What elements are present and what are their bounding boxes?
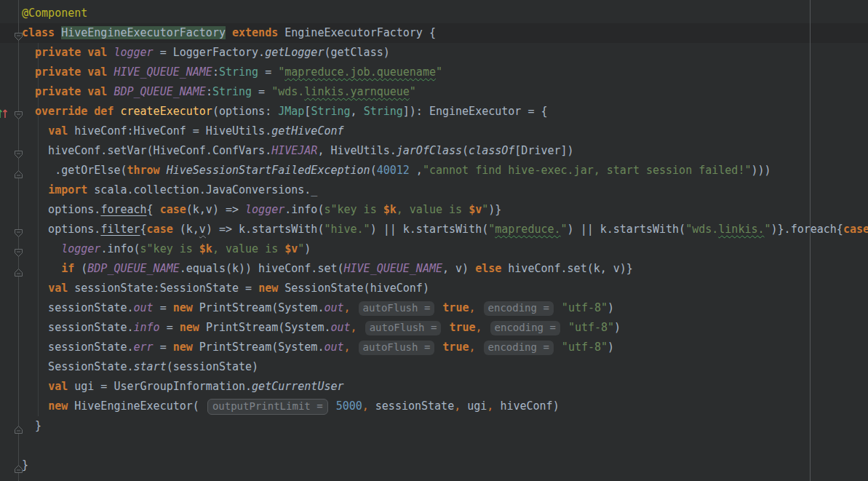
code-token: (options: [212,105,278,118]
code-line[interactable]: hiveConf.setVar(HiveConf.ConfVars.HIVEJA… [0,141,868,161]
code-line[interactable]: @Component [0,4,868,23]
code-token: "utf-8" [562,301,608,314]
code-token: s"key is [140,242,199,255]
code-token: override def [35,105,120,118]
code-line[interactable]: } [0,416,868,436]
code-token: , [344,341,351,354]
code-line[interactable]: options.filter{case (k,v) => k.startsWit… [0,220,868,239]
parameter-name-hint: outputPrintLimit = [207,399,328,415]
code-line[interactable]: private val HIVE_QUEUE_NAME:String = "ma… [0,63,868,82]
code-text: override def createExecutor(options: JMa… [22,102,868,122]
code-token [436,341,442,354]
code-token: import [48,183,94,196]
code-text: SessionState.start(sessionState) [22,357,868,377]
code-line[interactable]: SessionState.start(sessionState) [0,357,868,377]
code-line[interactable]: val ugi = UserGroupInformation.getCurren… [0,377,868,397]
code-token: " [561,223,568,236]
code-token: " [436,65,442,79]
code-token: = [154,301,173,314]
code-token: BDP_QUEUE_NAME [114,85,205,98]
code-token: $v [284,242,298,255]
code-line[interactable]: private val logger = LoggerFactory.getLo… [0,43,868,63]
code-token: extends [232,26,278,39]
code-token: val [48,282,74,295]
code-token: options. [22,203,100,216]
code-line[interactable]: new HiveEngineExecutor( outputPrintLimit… [0,397,868,416]
code-token: new [173,341,199,354]
code-line[interactable]: sessionState.err = new PrintStream(Syste… [0,338,868,357]
code-text: if (BDP_QUEUE_NAME.equals(k)) hiveConf.s… [22,259,868,279]
code-line[interactable]: val sessionState:SessionState = new Sess… [0,279,868,298]
code-token: SessionState(hiveConf) [284,282,429,295]
code-text: private val logger = LoggerFactory.getLo… [22,43,868,63]
code-token [22,105,35,118]
code-text: new HiveEngineExecutor( outputPrintLimit… [22,397,868,416]
code-token [351,301,357,314]
code-token: , [454,399,461,413]
gutter-fold-line [18,0,19,481]
code-line[interactable]: options.foreach{ case(k,v) => logger.inf… [0,200,868,220]
code-token [22,183,48,196]
code-token: $v [469,203,482,216]
code-token: logger [114,46,153,59]
code-token: = [258,65,278,79]
code-token [555,301,562,314]
code-token: ) [304,242,311,255]
code-line[interactable]: .getOrElse(throw HiveSessionStartFailedE… [0,161,868,180]
code-token: = [154,341,173,354]
parameter-name-hint: encoding = [490,321,560,335]
code-text: @Component [22,4,868,23]
code-line[interactable]: val hiveConf:HiveConf = HiveUtils.getHiv… [0,122,868,141]
code-token [22,262,61,275]
code-token: " [482,203,488,216]
code-token: options. [22,223,100,236]
code-text: options.foreach{ case(k,v) => logger.inf… [22,200,868,220]
code-line[interactable]: override def createExecutor(options: JMa… [0,102,868,122]
code-token: 40012 [377,164,410,177]
override-method-icon[interactable] [0,106,9,118]
code-line[interactable]: if (BDP_QUEUE_NAME.equals(k)) hiveConf.s… [0,259,868,279]
code-token [22,124,48,138]
code-token: ) || k.startsWith( [568,223,686,236]
code-token: )} [488,203,501,216]
code-token: out [134,301,154,314]
code-token: true [442,341,469,354]
code-token: "wds. [271,85,304,98]
code-token: true [449,321,475,334]
code-token: : [212,65,219,79]
code-token: = [160,321,180,334]
code-token: .info( [284,203,324,216]
code-token: )}.foreach{ [771,223,843,236]
code-token: getLogger [265,46,324,59]
code-token: mapreduce.job.queuename [284,65,436,79]
code-token: v [199,223,206,236]
code-line[interactable]: sessionState.info = new PrintStream(Syst… [0,318,868,338]
code-token: ) => k.startsWith( [206,223,324,236]
code-token: 5000 [336,399,362,413]
code-token: ) [614,321,621,334]
code-line[interactable]: logger.info(s"key is $k, value is $v") [0,239,868,259]
code-token: { [140,223,147,236]
code-token: private val [35,46,114,59]
code-line[interactable]: import scala.collection.JavaConversions.… [0,180,868,200]
code-line[interactable]: private val BDP_QUEUE_NAME:String = "wds… [0,82,868,102]
code-line[interactable]: } [0,456,868,475]
code-token [482,321,489,334]
code-editor[interactable]: @Componentclass HiveEngineExecutorFactor… [0,0,868,481]
code-token: , [344,301,351,314]
code-token [436,301,442,314]
code-token: " [298,242,304,255]
code-token: " [410,85,416,98]
code-token: .info( [100,242,140,255]
code-token [330,399,336,413]
code-token [351,341,357,354]
code-line[interactable]: class HiveEngineExecutorFactory extends … [0,23,868,43]
code-token: , [351,321,357,334]
code-token: } [22,458,28,472]
code-token [555,341,562,354]
code-text: } [22,416,868,436]
code-line[interactable]: sessionState.out = new PrintStream(Syste… [0,298,868,318]
code-line[interactable] [0,436,868,456]
code-token: start [134,360,167,373]
code-token: sessionState. [22,341,134,354]
